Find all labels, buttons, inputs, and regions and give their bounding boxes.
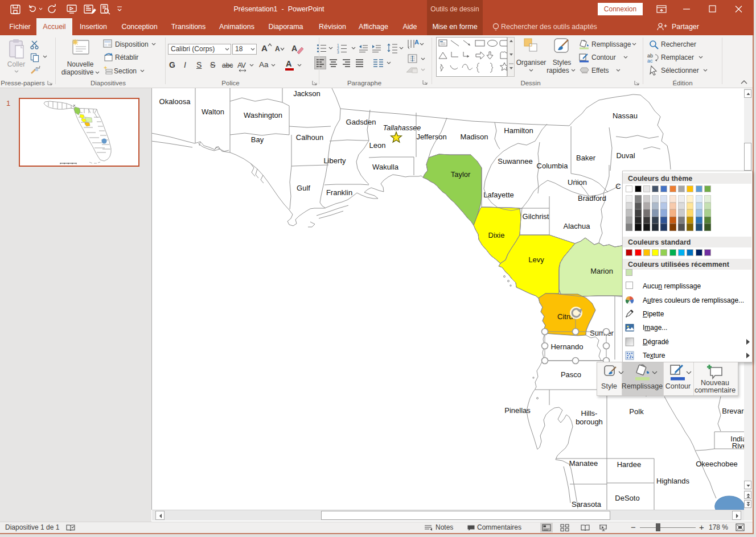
svg-text:Highlands: Highlands bbox=[656, 477, 689, 485]
svg-text:Brevard: Brevard bbox=[722, 407, 744, 415]
svg-text:A: A bbox=[414, 39, 419, 46]
svg-text:ac: ac bbox=[647, 58, 653, 63]
svg-text:Leon: Leon bbox=[369, 141, 386, 150]
svg-text:Washington: Washington bbox=[244, 111, 282, 119]
svg-text:Marion: Marion bbox=[590, 267, 613, 275]
svg-text:Gadsden: Gadsden bbox=[346, 118, 376, 126]
svg-text:borough: borough bbox=[576, 418, 603, 426]
svg-text:Hardee: Hardee bbox=[617, 460, 642, 469]
svg-text:Jackson: Jackson bbox=[293, 89, 321, 98]
svg-text:DeSoto: DeSoto bbox=[615, 494, 639, 502]
svg-text:Manatee: Manatee bbox=[569, 459, 598, 468]
svg-text:Sarasota: Sarasota bbox=[572, 500, 602, 509]
svg-text:C: C bbox=[615, 182, 621, 191]
svg-text:Liberty: Liberty bbox=[323, 156, 346, 165]
svg-text:Polk: Polk bbox=[629, 407, 644, 416]
svg-text:3: 3 bbox=[337, 50, 339, 53]
svg-text:Franklin: Franklin bbox=[326, 188, 352, 197]
svg-text:Taylor: Taylor bbox=[451, 170, 471, 179]
svg-text:Nassau: Nassau bbox=[613, 111, 638, 120]
svg-text:Gulf: Gulf bbox=[297, 184, 310, 192]
svg-text:A: A bbox=[291, 44, 297, 53]
svg-text:Dixie: Dixie bbox=[488, 231, 505, 239]
svg-text:Union: Union bbox=[568, 178, 587, 187]
svg-text:Wakulla: Wakulla bbox=[372, 163, 399, 171]
svg-text:Madison: Madison bbox=[460, 133, 488, 141]
svg-text:Hernando: Hernando bbox=[550, 342, 583, 351]
svg-text:Bay: Bay bbox=[251, 135, 264, 144]
svg-text:Calhoun: Calhoun bbox=[296, 133, 323, 142]
svg-text:Alachua: Alachua bbox=[564, 222, 591, 230]
svg-text:Okaloosa: Okaloosa bbox=[159, 97, 191, 106]
svg-text:Okeechobee: Okeechobee bbox=[696, 460, 738, 468]
svg-text:Jefferson: Jefferson bbox=[416, 133, 446, 141]
svg-text:Suwannee: Suwannee bbox=[498, 157, 532, 166]
svg-text:Columbia: Columbia bbox=[537, 162, 569, 170]
svg-text:Walton: Walton bbox=[202, 108, 224, 116]
svg-text:Baker: Baker bbox=[576, 154, 596, 162]
svg-text:Pinellas: Pinellas bbox=[504, 406, 531, 415]
svg-text:Pasco: Pasco bbox=[561, 370, 581, 379]
svg-text:River: River bbox=[732, 441, 744, 450]
svg-text:Bradford: Bradford bbox=[578, 194, 606, 203]
svg-text:Hills-: Hills- bbox=[581, 409, 598, 418]
svg-text:Gilchrist: Gilchrist bbox=[523, 212, 549, 221]
svg-text:Levy: Levy bbox=[528, 255, 544, 264]
svg-text:Hamilton: Hamilton bbox=[504, 126, 533, 135]
svg-text:Duval: Duval bbox=[616, 151, 635, 160]
svg-text:Lafayette: Lafayette bbox=[483, 191, 514, 199]
svg-text:Tallahassee: Tallahassee bbox=[383, 124, 421, 132]
svg-text:Sumter: Sumter bbox=[590, 329, 614, 337]
